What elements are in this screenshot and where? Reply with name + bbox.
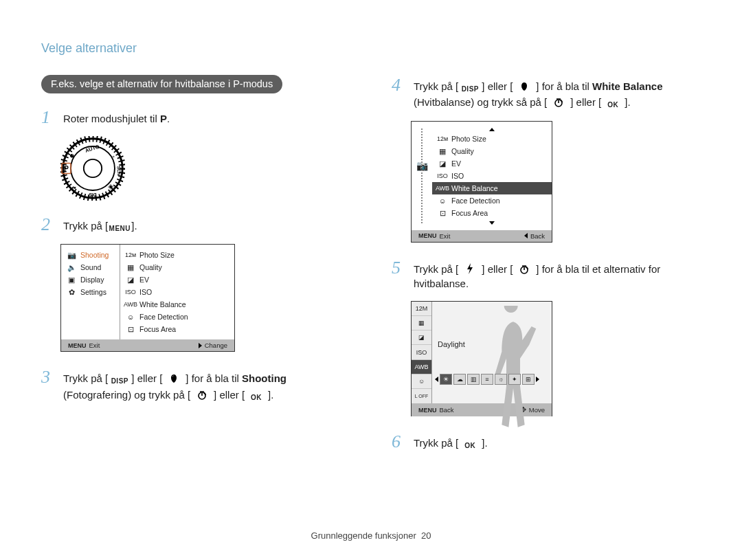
menu-label-icon: MENU	[68, 342, 87, 349]
timer-icon	[547, 97, 570, 108]
s4a: Trykk på [	[414, 80, 458, 92]
ok-button-label: OK	[245, 392, 268, 403]
sound-icon: 🔈	[67, 263, 76, 271]
step-2: 2 Trykk på [MENU].	[41, 216, 350, 234]
wb-option: ≡	[481, 374, 493, 385]
stack-icon: ◪	[418, 334, 425, 341]
menu-right-label: Face Detection	[139, 313, 188, 321]
stack-cell-selected: AWB	[412, 360, 431, 374]
menu-right-item: ▦Quality	[120, 261, 234, 273]
flash-icon	[458, 263, 482, 274]
item-label: White Balance	[451, 184, 498, 192]
camera-icon: 📷	[67, 251, 76, 259]
menu-right-item: ☺Face Detection	[120, 311, 234, 323]
wb-option: ☁	[453, 374, 466, 385]
step-number-4: 4	[392, 76, 404, 94]
face-icon: ☺	[126, 313, 135, 321]
focus-icon: ⊡	[438, 209, 447, 217]
page-section-title: Velge alternativer	[41, 41, 701, 56]
item-label: EV	[451, 159, 461, 168]
menu-right-item: ◪EV	[120, 273, 234, 286]
screenshot-footer: MENU Exit Back	[412, 230, 552, 242]
item-label: ISO	[451, 172, 464, 180]
stack-cell: ☺	[412, 374, 431, 389]
menu-right-label: Photo Size	[139, 251, 175, 259]
wb-option: ▥	[467, 374, 480, 385]
mode-p-letter: P	[160, 113, 167, 124]
menu-right-item: 12мPhoto Size	[120, 249, 234, 261]
screenshot-menu: 📷Shooting 🔈Sound ▣Display ✿Settings 12мP…	[60, 244, 235, 352]
svg-text:P: P	[64, 165, 69, 172]
triangle-left-icon	[524, 233, 528, 238]
s3-bold: Shooting	[242, 372, 286, 384]
stack-cell: L OFF	[412, 389, 431, 403]
wb-option: ☼	[495, 374, 507, 385]
menu-right-label: Focus Area	[139, 325, 176, 333]
stack-icon: ☺	[418, 378, 425, 385]
wb-prev-icon	[435, 377, 438, 382]
s3l2b: ] eller [	[214, 389, 245, 401]
photosize-icon: 12м	[126, 251, 135, 259]
iso-icon: ISO	[438, 172, 447, 180]
macro-icon	[162, 373, 186, 384]
item-label: Photo Size	[451, 135, 486, 143]
s6a: Trykk på [	[414, 437, 458, 449]
wb-selected-label: Daylight	[438, 340, 465, 348]
menu-right-label: Quality	[139, 263, 162, 271]
footer-back: Back	[530, 232, 545, 240]
ev-icon: ◪	[126, 276, 135, 284]
s4b: ] eller [	[482, 80, 513, 92]
step-6: 6 Trykk på [OK].	[392, 433, 701, 451]
wb-option: ☀	[440, 374, 452, 385]
step2-text-a: Trykk på [	[63, 220, 108, 232]
photosize-icon: 12м	[438, 135, 447, 143]
menu-label-icon: MENU	[418, 407, 437, 414]
macro-icon	[513, 81, 536, 92]
step-number-2: 2	[41, 216, 54, 234]
menu-right-item: AWBWhite Balance	[120, 298, 234, 311]
footer-back: Back	[440, 406, 454, 414]
footer-page-num: 20	[421, 530, 431, 541]
step2-text-b: ].	[131, 220, 137, 232]
menu-item: ISOISO	[432, 170, 552, 182]
timer-icon	[190, 390, 214, 401]
page-footer: Grunnleggende funksjoner 20	[0, 530, 742, 541]
ok-button-label: OK	[601, 100, 625, 111]
disp-button-label: DISP	[108, 377, 131, 388]
menu-left-item-shooting: 📷Shooting	[61, 249, 120, 261]
footer-label: Grunnleggende funksjoner	[311, 530, 416, 541]
menu-left-item-sound: 🔈Sound	[61, 261, 120, 273]
s4l2c: ].	[625, 96, 630, 108]
footer-exit: Exit	[440, 232, 451, 240]
quality-icon: ▦	[126, 263, 135, 271]
stack-icon: 12M	[416, 305, 428, 312]
step-5: 5 Trykk på [] eller [] for å bla til et …	[392, 259, 701, 292]
example-pill: F.eks. velge et alternativ for hvitbalan…	[41, 75, 282, 93]
mode-dial: P AUTO ⚬ SCN ▣ DIS ✦ ⚈	[60, 136, 350, 201]
stack-cell: ◪	[412, 331, 431, 345]
iso-icon: ISO	[126, 288, 135, 296]
scroll-down-icon	[432, 219, 552, 226]
menu-item: ◪EV	[432, 157, 552, 170]
step1-text-b: .	[167, 113, 170, 124]
menu-left-label: Sound	[80, 263, 101, 271]
menu-item: ⊡Focus Area	[432, 207, 552, 219]
triangle-right-icon	[199, 343, 202, 348]
step-number-6: 6	[392, 433, 404, 451]
left-column: F.eks. velge et alternativ for hvitbalan…	[41, 75, 350, 461]
s5c: ] for å bla til et alternativ for	[536, 263, 660, 275]
item-label: Focus Area	[451, 209, 488, 217]
step-3: 3 Trykk på [DISP] eller [] for å bla til…	[41, 368, 350, 403]
menu-left-item-display: ▣Display	[61, 273, 120, 286]
person-silhouette	[479, 306, 548, 432]
dotted-connector	[421, 128, 423, 223]
step1-text-a: Roter modushjulet til	[63, 113, 160, 124]
s6b: ].	[482, 437, 487, 449]
menu-left-label: Settings	[80, 288, 106, 296]
menu-right-label: White Balance	[139, 300, 186, 309]
s3l2a: (Fotografering) og trykk på [	[63, 389, 190, 401]
s4l2b: ] eller [	[570, 96, 601, 108]
step-number-1: 1	[41, 109, 54, 126]
menu-right-item: ⊡Focus Area	[120, 323, 234, 335]
screenshot-wb-menu: 📷 12мPhoto Size ▦Quality ◪EV ISOISO AWBW…	[411, 121, 552, 243]
